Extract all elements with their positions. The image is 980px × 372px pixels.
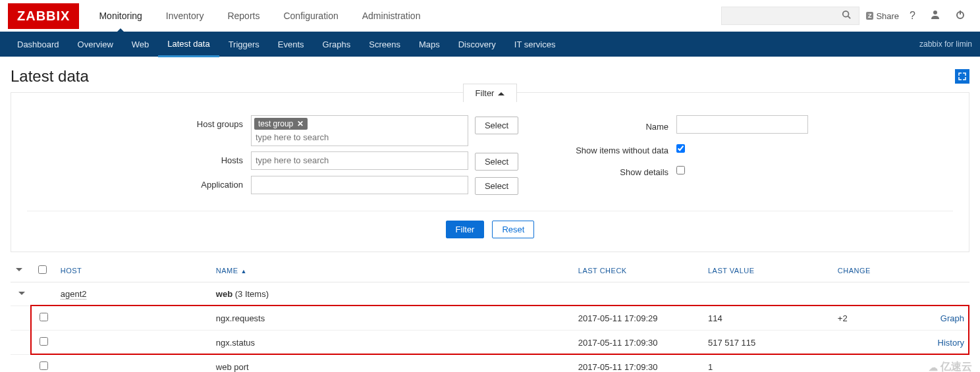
col-change[interactable]: Change	[838, 267, 871, 275]
watermark: ☁ 亿速云	[929, 360, 972, 372]
tag-remove-icon[interactable]: ✕	[297, 119, 304, 128]
search-icon[interactable]	[838, 7, 855, 24]
filter-toggle[interactable]: Filter	[463, 84, 518, 102]
row-name: ngx.requests	[211, 306, 573, 331]
row-last-check: 2017-05-11 17:09:29	[573, 306, 703, 331]
select-all-checkbox[interactable]	[38, 265, 47, 274]
global-search-input[interactable]	[726, 11, 838, 21]
hosts-label: Hosts	[172, 151, 251, 165]
expand-all-icon[interactable]	[16, 268, 22, 275]
filter-toggle-label: Filter	[476, 88, 495, 98]
host-groups-tag[interactable]: test group ✕	[254, 118, 308, 130]
subnav-latest-data[interactable]: Latest data	[158, 32, 219, 57]
host-groups-text-input[interactable]	[254, 131, 465, 144]
application-label: Application	[172, 176, 251, 190]
col-last-value[interactable]: Last value	[708, 267, 755, 275]
subnav-it-services[interactable]: IT services	[505, 32, 565, 57]
subnav-web[interactable]: Web	[122, 32, 159, 57]
name-input[interactable]	[676, 115, 808, 134]
col-last-check[interactable]: Last check	[578, 267, 627, 275]
topbar: ZABBIX Monitoring Inventory Reports Conf…	[0, 0, 980, 32]
topnav-inventory[interactable]: Inventory	[154, 0, 216, 32]
table-row: ngx.status 2017-05-11 17:09:30 517 517 1…	[11, 331, 969, 355]
fullscreen-button[interactable]	[955, 69, 969, 84]
subnav-dashboard[interactable]: Dashboard	[8, 32, 68, 57]
row-last-check: 2017-05-11 17:09:30	[573, 331, 703, 355]
svg-point-0	[843, 11, 849, 17]
latest-data-table: Host Name▲ Last check Last value Change …	[11, 259, 969, 372]
subnav-events[interactable]: Events	[269, 32, 313, 57]
share-label: Share	[876, 11, 899, 21]
group-item-count: (3 Items)	[235, 289, 269, 299]
col-name[interactable]: Name	[216, 267, 238, 275]
show-without-data-checkbox[interactable]	[676, 144, 685, 153]
row-name: ngx.status	[211, 331, 573, 355]
filter-button[interactable]: Filter	[446, 221, 485, 238]
host-groups-select-button[interactable]: Select	[475, 117, 518, 134]
help-icon[interactable]: ?	[906, 7, 919, 24]
table-group-row: agent2 web (3 Items)	[11, 282, 969, 306]
subnav-status-text: zabbix for limin	[919, 40, 972, 49]
top-right: Z Share ?	[721, 7, 980, 25]
subnav-screens[interactable]: Screens	[360, 32, 410, 57]
row-last-value: 517 517 115	[703, 331, 832, 355]
application-input[interactable]	[251, 176, 468, 194]
row-checkbox[interactable]	[40, 313, 48, 321]
row-last-value: 1	[703, 355, 832, 373]
row-last-value: 114	[703, 306, 832, 331]
host-groups-label: Host groups	[172, 115, 251, 129]
row-checkbox[interactable]	[40, 361, 48, 370]
sort-asc-icon: ▲	[241, 268, 247, 275]
cloud-icon: ☁	[929, 362, 938, 373]
row-name: web port	[211, 355, 573, 373]
reset-button[interactable]: Reset	[492, 221, 534, 238]
hosts-text-input[interactable]	[254, 154, 465, 167]
row-checkbox[interactable]	[40, 337, 48, 346]
table-row: web port 2017-05-11 17:09:30 1	[11, 355, 969, 373]
group-app-name: web	[216, 289, 232, 299]
row-action-link[interactable]: History	[938, 338, 964, 348]
power-icon[interactable]	[951, 7, 969, 25]
expand-row-icon[interactable]	[18, 292, 25, 298]
global-search[interactable]	[721, 7, 859, 25]
subnav-graphs[interactable]: Graphs	[313, 32, 360, 57]
show-details-checkbox[interactable]	[676, 166, 685, 174]
subnav-overview[interactable]: Overview	[68, 32, 122, 57]
name-label: Name	[558, 118, 676, 132]
watermark-text: 亿速云	[940, 360, 972, 372]
share-button[interactable]: Z Share	[866, 11, 899, 21]
application-select-button[interactable]: Select	[475, 177, 518, 195]
sub-nav: Dashboard Overview Web Latest data Trigg…	[0, 32, 980, 57]
subnav-maps[interactable]: Maps	[410, 32, 449, 57]
subnav-triggers[interactable]: Triggers	[219, 32, 269, 57]
user-icon[interactable]	[926, 7, 944, 25]
topnav-reports[interactable]: Reports	[215, 0, 271, 32]
table-row: ngx.requests 2017-05-11 17:09:29 114 +2 …	[11, 306, 969, 331]
row-change	[832, 355, 923, 373]
row-change	[832, 331, 923, 355]
page-title: Latest data	[11, 67, 89, 86]
hosts-input[interactable]	[251, 151, 468, 170]
row-action-link[interactable]: Graph	[940, 313, 964, 323]
filter-panel: Filter Host groups test group ✕ Select	[11, 92, 969, 252]
host-groups-input[interactable]: test group ✕	[251, 115, 468, 146]
topnav-administration[interactable]: Administration	[350, 0, 433, 32]
show-details-label: Show details	[558, 163, 676, 177]
row-last-check: 2017-05-11 17:09:30	[573, 355, 703, 373]
brand-logo[interactable]: ZABBIX	[8, 3, 79, 29]
col-host[interactable]: Host	[61, 267, 82, 275]
subnav-discovery[interactable]: Discovery	[449, 32, 505, 57]
svg-point-2	[933, 11, 937, 14]
chevron-up-icon	[498, 89, 504, 95]
svg-line-1	[848, 16, 851, 19]
data-table-wrap: Host Name▲ Last check Last value Change …	[0, 259, 980, 372]
topnav-monitoring[interactable]: Monitoring	[87, 0, 153, 32]
host-groups-tag-text: test group	[258, 119, 293, 128]
share-z-icon: Z	[866, 12, 874, 20]
row-change: +2	[832, 306, 923, 331]
top-nav: Monitoring Inventory Reports Configurati…	[87, 0, 432, 32]
topnav-configuration[interactable]: Configuration	[271, 0, 350, 32]
show-without-data-label: Show items without data	[558, 142, 676, 155]
hosts-select-button[interactable]: Select	[475, 153, 518, 171]
group-host-name[interactable]: agent2	[61, 289, 87, 300]
